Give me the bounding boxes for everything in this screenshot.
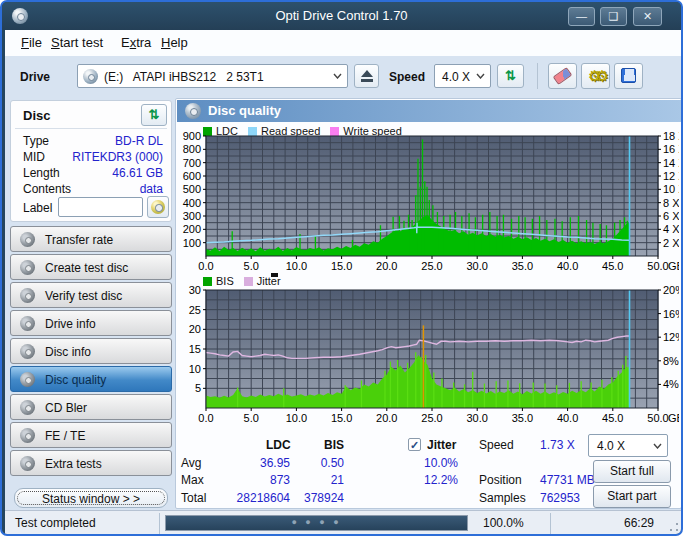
stat-row-label: Avg: [181, 456, 201, 470]
sidebar-item-disc-info[interactable]: Disc info: [10, 338, 172, 364]
sidebar-item-disc-quality[interactable]: Disc quality: [10, 366, 172, 392]
svg-text:15: 15: [189, 343, 201, 355]
menu-help[interactable]: Help: [161, 35, 188, 50]
menu-start-test[interactable]: Start test: [51, 35, 103, 50]
disc-info-contents: Contentsdata: [23, 182, 163, 198]
svg-text:30.0: 30.0: [466, 260, 487, 272]
svg-text:8 X: 8 X: [663, 197, 679, 209]
eject-button[interactable]: [354, 64, 379, 88]
chevron-down-icon: [653, 443, 662, 449]
start-full-button[interactable]: Start full: [593, 460, 671, 483]
drive-label: Drive: [20, 70, 50, 84]
disc-info-type: TypeBD-R DL: [23, 134, 163, 150]
panel-header: Disc quality: [177, 100, 682, 122]
status-text: Test completed: [15, 516, 96, 530]
maximize-button[interactable]: ❑: [600, 7, 627, 26]
disc-icon: [20, 344, 35, 359]
sidebar-item-label: FE / TE: [45, 429, 85, 443]
chevron-down-icon: [476, 73, 485, 79]
refresh-icon: ⇅: [149, 107, 160, 122]
sidebar-item-label: Transfer rate: [45, 233, 113, 247]
erase-disc-button[interactable]: [548, 63, 577, 89]
svg-text:200: 200: [183, 223, 201, 235]
drive-icon: [83, 69, 98, 84]
svg-text:18 X: 18 X: [663, 130, 679, 142]
svg-text:45.0: 45.0: [602, 260, 623, 272]
svg-text:20.0: 20.0: [376, 260, 397, 272]
svg-text:14 X: 14 X: [663, 157, 679, 169]
samples-stat-value: 762953: [540, 491, 580, 505]
close-button[interactable]: ✕: [633, 7, 662, 26]
position-stat-label: Position: [479, 473, 522, 487]
svg-text:15.0: 15.0: [331, 412, 352, 424]
jitter-checkbox[interactable]: ✓: [408, 438, 421, 451]
disc-info-length: Length46.61 GB: [23, 166, 163, 182]
bis-max: 21: [294, 473, 344, 487]
svg-text:400: 400: [183, 197, 201, 209]
svg-text:25.0: 25.0: [421, 412, 442, 424]
minimize-button[interactable]: —: [568, 7, 595, 26]
speed-label: Speed: [389, 70, 425, 84]
sidebar-item-label: Verify test disc: [45, 289, 122, 303]
refresh-disc-button[interactable]: ⇅: [141, 104, 167, 126]
svg-text:8%: 8%: [663, 355, 679, 367]
svg-text:20.0: 20.0: [376, 412, 397, 424]
svg-text:25: 25: [189, 304, 201, 316]
speed-select[interactable]: 4.0 X: [434, 64, 491, 88]
menu-file[interactable]: File: [21, 35, 42, 50]
ldc-read-speed-chart: 1002003004005006007008009002 X4 X6 X8 X1…: [179, 130, 679, 280]
sidebar-item-transfer-rate[interactable]: Transfer rate: [10, 226, 172, 252]
sidebar-item-cd-bler[interactable]: CD Bler: [10, 394, 172, 420]
disc-icon: [20, 400, 35, 415]
disc-label-button[interactable]: [147, 196, 169, 218]
resize-grip[interactable]: [669, 522, 679, 532]
svg-text:GB: GB: [668, 260, 679, 272]
svg-text:20: 20: [189, 323, 201, 335]
bis-jitter-chart: 510152025304%8%12%16%20%0.05.010.015.020…: [179, 284, 679, 432]
checkmark-icon: ✓: [410, 439, 419, 451]
sidebar-item-drive-info[interactable]: Drive info: [10, 310, 172, 336]
start-part-button[interactable]: Start part: [593, 485, 671, 508]
bis-avg: 0.50: [294, 456, 344, 470]
disc-info-panel: Disc ⇅ TypeBD-R DLMIDRITEKDR3 (000)Lengt…: [10, 100, 172, 222]
svg-text:10: 10: [189, 363, 201, 375]
test-speed-select[interactable]: 4.0 X: [588, 434, 668, 457]
label-input[interactable]: [58, 197, 143, 217]
sidebar-item-label: Extra tests: [45, 457, 102, 471]
sidebar-item-extra-tests[interactable]: Extra tests: [10, 450, 172, 476]
drive-select[interactable]: (E:) ATAPI iHBS212 2 53T1: [77, 64, 348, 88]
jitter-avg: 10.0%: [392, 456, 458, 470]
svg-text:4 X: 4 X: [663, 223, 679, 235]
jitter-column-header: Jitter: [427, 438, 456, 452]
panel-divider: [15, 128, 167, 129]
svg-text:10.0: 10.0: [286, 412, 307, 424]
svg-text:16 X: 16 X: [663, 143, 679, 155]
close-icon: ✕: [643, 10, 652, 22]
ldc-max: 873: [226, 473, 290, 487]
menu-extra[interactable]: Extra: [121, 35, 151, 50]
svg-text:30.0: 30.0: [466, 412, 487, 424]
svg-text:30: 30: [189, 284, 201, 296]
settings-button[interactable]: ⚙⚙: [581, 63, 610, 89]
sidebar-item-label: CD Bler: [45, 401, 87, 415]
svg-text:20%: 20%: [663, 284, 679, 296]
sidebar-item-fe-te[interactable]: FE / TE: [10, 422, 172, 448]
svg-text:4%: 4%: [663, 378, 679, 390]
samples-stat-label: Samples: [479, 491, 526, 505]
maximize-icon: ❑: [609, 10, 619, 22]
svg-text:5.0: 5.0: [244, 412, 259, 424]
gears-icon: ⚙⚙: [588, 67, 603, 84]
save-button[interactable]: [614, 63, 643, 89]
svg-text:600: 600: [183, 170, 201, 182]
sidebar-item-verify-test-disc[interactable]: Verify test disc: [10, 282, 172, 308]
test-speed-value: 4.0 X: [597, 439, 625, 453]
svg-text:50.0: 50.0: [647, 412, 668, 424]
sidebar-item-create-test-disc[interactable]: Create test disc: [10, 254, 172, 280]
refresh-drive-button[interactable]: ⇅: [497, 64, 524, 88]
status-window-button[interactable]: Status window > >: [14, 488, 168, 508]
stat-row-label: Max: [181, 473, 204, 487]
disc-icon: [151, 200, 165, 214]
progress-bar: ● ● ● ●: [165, 515, 468, 531]
bis-total: 378924: [294, 491, 344, 505]
svg-text:35.0: 35.0: [512, 412, 533, 424]
